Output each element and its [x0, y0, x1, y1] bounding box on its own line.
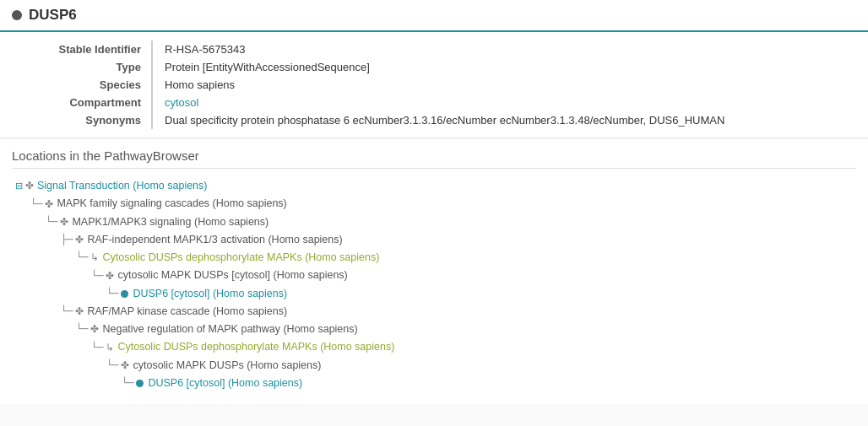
pathway-icon: ✤ [75, 303, 84, 320]
tree-node: └─✤RAF/MAP kinase cascade (Homo sapiens) [61, 303, 856, 321]
info-section: Stable IdentifierR-HSA-5675343TypeProtei… [0, 32, 868, 138]
tree-link[interactable]: Negative regulation of MAPK pathway (Hom… [102, 321, 357, 338]
tree-link[interactable]: cytosolic MAPK DUSPs (Homo sapiens) [133, 357, 321, 375]
tree-link[interactable]: RAF/MAP kinase cascade (Homo sapiens) [87, 303, 287, 321]
tree-node: └─✤cytosolic MAPK DUSPs [cytosol] (Homo … [91, 267, 856, 284]
expand-icon[interactable]: ⊟ [15, 178, 23, 194]
tree-node: └─DUSP6 [cytosol] (Homo sapiens) [106, 285, 856, 303]
pathway-icon: ✤ [25, 177, 34, 194]
tree-link[interactable]: MAPK family signaling cascades (Homo sap… [57, 195, 286, 213]
tree-link[interactable]: MAPK1/MAPK3 signaling (Homo sapiens) [72, 213, 269, 231]
pathway-icon: ✤ [90, 321, 99, 337]
tree-node: └─✤MAPK family signaling cascades (Homo … [30, 195, 856, 213]
info-label: Species [0, 76, 152, 94]
info-label: Stable Identifier [0, 40, 152, 58]
tree-link[interactable]: Cytosolic DUSPs dephosphorylate MAPKs (H… [102, 249, 379, 267]
header-dot [12, 10, 22, 20]
tree-link[interactable]: RAF-independent MAPK1/3 activation (Homo… [87, 231, 342, 249]
info-row: Compartmentcytosol [0, 94, 868, 111]
info-row: SpeciesHomo sapiens [0, 76, 868, 94]
info-value: Dual specificity protein phosphatase 6 e… [152, 111, 868, 129]
tree-connector: └─ [91, 267, 103, 284]
tree-connector: └─ [61, 303, 73, 320]
tree-connector: └─ [76, 249, 88, 266]
pathway-icon: ✤ [106, 267, 114, 284]
tree-connector: ├─ [61, 231, 73, 248]
tree-node: ⊟✤Signal Transduction (Homo sapiens) [15, 177, 856, 195]
tree-container: ⊟✤Signal Transduction (Homo sapiens)└─✤M… [12, 177, 856, 392]
info-label: Type [0, 58, 152, 76]
tree-node: ├─✤RAF-independent MAPK1/3 activation (H… [61, 231, 856, 249]
tree-node: └─✤MAPK1/MAPK3 signaling (Homo sapiens) [46, 213, 856, 231]
tree-node: └─✤Negative regulation of MAPK pathway (… [76, 321, 856, 338]
tree-node: └─✤cytosolic MAPK DUSPs (Homo sapiens) [106, 357, 856, 375]
info-table: Stable IdentifierR-HSA-5675343TypeProtei… [0, 40, 868, 129]
reaction-icon: ↳ [106, 339, 114, 356]
tree-link[interactable]: Signal Transduction (Homo sapiens) [37, 177, 208, 195]
reaction-icon: ↳ [90, 249, 99, 266]
tree-node: └─↳Cytosolic DUSPs dephosphorylate MAPKs… [76, 249, 856, 267]
page-title: DUSP6 [29, 7, 77, 24]
tree-link[interactable]: cytosolic MAPK DUSPs [cytosol] (Homo sap… [117, 267, 347, 284]
info-row: Stable IdentifierR-HSA-5675343 [0, 40, 868, 58]
pathway-icon: ✤ [60, 213, 68, 230]
tree-connector: └─ [106, 285, 118, 302]
info-label: Synonyms [0, 111, 152, 129]
locations-title: Locations in the PathwayBrowser [12, 148, 856, 169]
tree-connector: └─ [91, 339, 103, 356]
entity-dot-icon [121, 290, 128, 298]
tree-connector: └─ [46, 213, 57, 230]
tree-connector: └─ [106, 357, 118, 374]
tree-node: └─↳Cytosolic DUSPs dephosphorylate MAPKs… [91, 338, 856, 356]
info-label: Compartment [0, 94, 152, 111]
entity-dot-icon [136, 380, 144, 387]
tree-connector: └─ [30, 196, 42, 213]
tree-connector: └─ [122, 375, 133, 391]
locations-section: Locations in the PathwayBrowser ⊟✤Signal… [0, 140, 868, 404]
pathway-icon: ✤ [121, 357, 129, 374]
compartment-link[interactable]: cytosol [165, 96, 198, 109]
tree-connector: └─ [76, 321, 88, 337]
info-value: Protein [EntityWithAccessionedSequence] [152, 58, 868, 76]
info-value: cytosol [152, 94, 868, 111]
tree-link[interactable]: Cytosolic DUSPs dephosphorylate MAPKs (H… [117, 338, 394, 356]
info-value: Homo sapiens [152, 76, 868, 94]
tree-link[interactable]: DUSP6 [cytosol] (Homo sapiens) [133, 285, 287, 303]
pathway-icon: ✤ [45, 196, 53, 213]
info-value: R-HSA-5675343 [152, 40, 868, 58]
tree-link[interactable]: DUSP6 [cytosol] (Homo sapiens) [148, 375, 302, 392]
tree-node: └─DUSP6 [cytosol] (Homo sapiens) [122, 375, 856, 392]
header: DUSP6 [0, 0, 868, 32]
info-row: TypeProtein [EntityWithAccessionedSequen… [0, 58, 868, 76]
pathway-icon: ✤ [75, 231, 84, 248]
info-row: SynonymsDual specificity protein phospha… [0, 111, 868, 129]
